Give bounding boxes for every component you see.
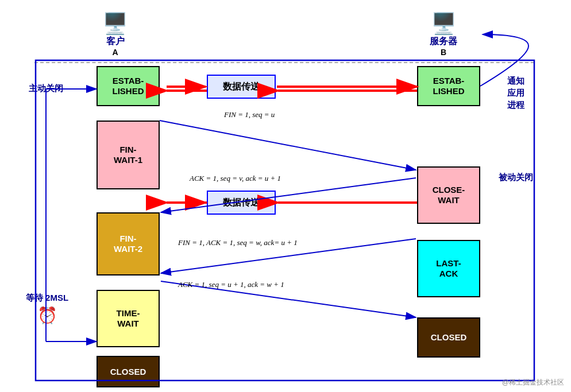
tcp-diagram: 🖥️ 客户 A 🖥️ 服务器 B ESTAB-LISHED FIN-WAIT-1… bbox=[0, 0, 571, 392]
closewait-label: CLOSE-WAIT bbox=[433, 185, 465, 205]
clock-icon: ⏰ bbox=[18, 306, 76, 325]
state-lastack: LAST-ACK bbox=[417, 240, 480, 297]
data-transfer-1-label: 数据传送 bbox=[223, 81, 260, 93]
state-finwait1: FIN-WAIT-1 bbox=[97, 121, 160, 189]
arrows-svg bbox=[0, 0, 571, 392]
svg-line-12 bbox=[161, 178, 416, 212]
estab-server-label: ESTAB-LISHED bbox=[433, 76, 464, 96]
server-computer: 🖥️ 服务器 B bbox=[430, 11, 457, 57]
closed-client-label: CLOSED bbox=[110, 367, 146, 377]
state-closewait: CLOSE-WAIT bbox=[417, 166, 480, 224]
state-finwait2: FIN-WAIT-2 bbox=[97, 212, 160, 275]
data-transfer-2-label: 数据传送 bbox=[223, 197, 260, 209]
active-close-label: 主动关闭 bbox=[23, 83, 69, 94]
server-label: 服务器 bbox=[430, 36, 457, 48]
msg-ack1: ACK = 1, seq = v, ack = u + 1 bbox=[190, 174, 281, 183]
watermark: @稀土掘金技术社区 bbox=[502, 378, 564, 387]
data-transfer-box-2: 数据传送 bbox=[207, 191, 276, 215]
state-estab-server: ESTAB-LISHED bbox=[417, 66, 480, 106]
lastack-label: LAST-ACK bbox=[436, 258, 461, 279]
msg-fin1: FIN = 1, seq = u bbox=[224, 110, 275, 119]
dashed-line-top bbox=[34, 62, 534, 63]
finwait2-label: FIN-WAIT-2 bbox=[114, 234, 142, 254]
client-label: 客户 bbox=[102, 36, 128, 48]
state-estab-client: ESTAB-LISHED bbox=[97, 66, 160, 106]
wait-2msl-label: 等待 2MSL bbox=[18, 293, 76, 304]
notify-process-label: 通知应用进程 bbox=[493, 75, 539, 111]
state-closed-client: CLOSED bbox=[97, 356, 160, 387]
closed-server-label: CLOSED bbox=[431, 332, 467, 343]
data-transfer-box-1: 数据传送 bbox=[207, 75, 276, 99]
msg-fin2: FIN = 1, ACK = 1, seq = w, ack= u + 1 bbox=[178, 238, 298, 247]
svg-line-11 bbox=[160, 121, 416, 170]
finwait1-label: FIN-WAIT-1 bbox=[114, 145, 142, 165]
msg-ack2: ACK = 1, seq = u + 1, ack = w + 1 bbox=[178, 280, 284, 289]
server-sublabel: B bbox=[430, 48, 457, 57]
timewait-label: TIME-WAIT bbox=[117, 308, 140, 329]
state-closed-server: CLOSED bbox=[417, 317, 480, 358]
state-timewait: TIME-WAIT bbox=[97, 290, 160, 347]
wait-2msl-container: 等待 2MSL ⏰ bbox=[18, 293, 76, 325]
passive-close-label: 被动关闭 bbox=[493, 172, 539, 183]
client-computer: 🖥️ 客户 A bbox=[102, 11, 128, 57]
estab-client-label: ESTAB-LISHED bbox=[112, 76, 144, 96]
client-sublabel: A bbox=[102, 48, 128, 57]
